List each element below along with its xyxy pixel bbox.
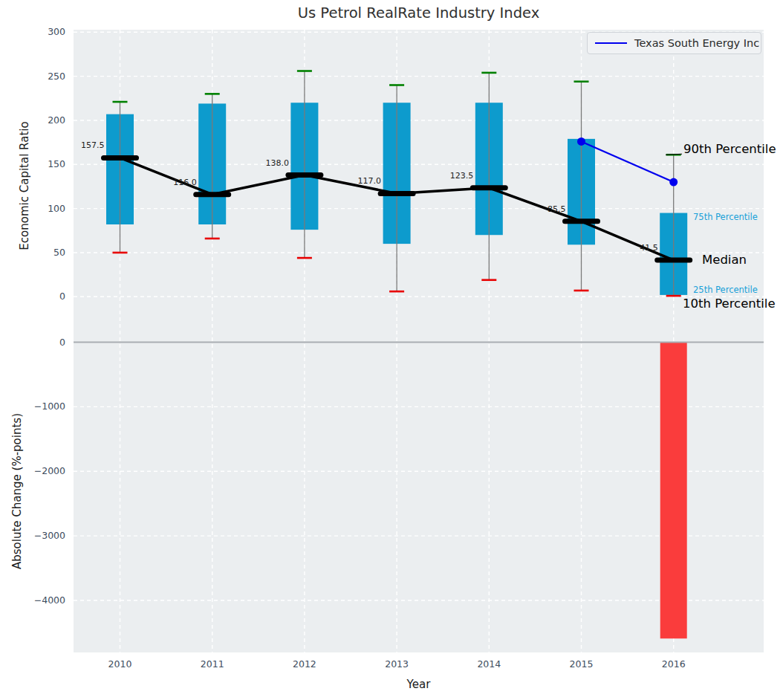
bottom-y-tick--1000: −1000 bbox=[27, 401, 65, 412]
top-y-tick-150: 150 bbox=[27, 159, 65, 169]
x-tick-2011: 2011 bbox=[190, 659, 235, 670]
median-value-label-2013: 117.0 bbox=[339, 177, 381, 186]
x-tick-2015: 2015 bbox=[559, 659, 604, 670]
top-y-tick-50: 50 bbox=[27, 247, 65, 258]
top-y-tick-200: 200 bbox=[27, 115, 65, 126]
legend-line-swatch bbox=[595, 42, 627, 45]
company-marker-2015 bbox=[577, 137, 585, 146]
x-axis-title: Year bbox=[74, 678, 764, 691]
x-tick-2016: 2016 bbox=[652, 659, 696, 670]
top-y-tick-250: 250 bbox=[27, 71, 65, 82]
x-tick-2013: 2013 bbox=[374, 659, 419, 670]
median-value-label-2010: 157.5 bbox=[63, 141, 105, 150]
median-value-label-2012: 138.0 bbox=[247, 159, 289, 168]
annotation-10th-percentile: 10th Percentile bbox=[683, 296, 776, 311]
chart-title: Us Petrol RealRate Industry Index bbox=[74, 4, 764, 22]
top-y-axis-title: Economic Capital Ratio bbox=[18, 121, 31, 250]
annotation-median: Median bbox=[702, 253, 747, 267]
legend-label: Texas South Energy Inc bbox=[634, 37, 759, 49]
top-y-tick-300: 300 bbox=[27, 27, 65, 37]
median-value-label-2015: 85.5 bbox=[524, 205, 566, 214]
x-tick-2010: 2010 bbox=[98, 659, 143, 670]
top-y-tick-100: 100 bbox=[27, 204, 65, 214]
median-value-label-2011: 116.0 bbox=[155, 178, 197, 187]
company-line bbox=[582, 141, 674, 182]
company-marker-2016 bbox=[669, 178, 678, 187]
bottom-y-tick-0: 0 bbox=[27, 337, 65, 348]
x-tick-2012: 2012 bbox=[282, 659, 327, 670]
bottom-y-tick--2000: −2000 bbox=[27, 466, 65, 476]
annotation-75th-percentile: 75th Percentile bbox=[693, 213, 758, 222]
figure: Us Petrol RealRate Industry Index Econom… bbox=[0, 0, 783, 700]
bottom-y-tick--4000: −4000 bbox=[27, 595, 65, 606]
median-value-label-2014: 123.5 bbox=[432, 172, 473, 181]
top-y-tick-0: 0 bbox=[27, 291, 65, 302]
median-value-label-2016: 41.5 bbox=[617, 244, 658, 253]
bottom-y-axis-title: Absolute Change (%-points) bbox=[10, 413, 24, 569]
legend: Texas South Energy Inc bbox=[587, 32, 761, 54]
x-tick-2014: 2014 bbox=[467, 659, 511, 670]
annotation-90th-percentile: 90th Percentile bbox=[683, 142, 776, 156]
change-bar-2016 bbox=[660, 343, 687, 639]
bottom-y-tick--3000: −3000 bbox=[27, 531, 65, 541]
chart-canvas bbox=[0, 0, 783, 700]
annotation-25th-percentile: 25th Percentile bbox=[693, 285, 758, 295]
